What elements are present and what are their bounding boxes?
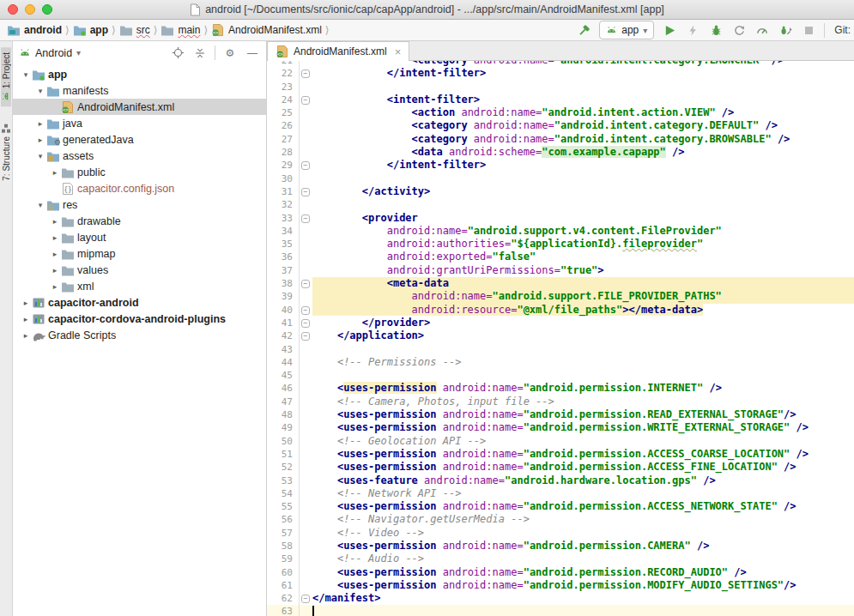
tree-item[interactable]: ▸capacitor-android — [13, 294, 266, 311]
fold-marker-icon[interactable]: − — [301, 161, 310, 170]
tree-expand-arrow[interactable]: ▸ — [49, 282, 61, 291]
code-line[interactable]: 48 <uses-permission android:name="androi… — [267, 408, 854, 421]
code-line[interactable]: 43 — [267, 343, 854, 356]
code-line[interactable]: 33− <provider — [267, 212, 854, 225]
project-view-selector[interactable]: Android — [35, 47, 72, 59]
tree-item[interactable]: ▸Gradle Scripts — [13, 327, 266, 343]
code-line[interactable]: 27 <category android:name="android.inten… — [267, 133, 854, 146]
code-line[interactable]: 30 — [267, 172, 854, 185]
tree-item[interactable]: <>AndroidManifest.xml — [13, 99, 266, 115]
tree-expand-arrow[interactable]: ▾ — [34, 87, 46, 95]
code-line[interactable]: 46 <uses-permission android:name="androi… — [267, 382, 854, 395]
fold-marker-icon[interactable]: − — [301, 595, 310, 603]
locate-file-button[interactable] — [170, 45, 185, 61]
breadcrumb-item[interactable]: src — [119, 24, 150, 36]
code-line[interactable]: 39 android:name="android.support.FILE_PR… — [267, 290, 854, 303]
tree-expand-arrow[interactable]: ▸ — [34, 119, 46, 128]
apply-code-changes-button[interactable] — [731, 22, 747, 38]
tree-item[interactable]: ▸drawable — [13, 213, 266, 229]
fold-marker-icon[interactable]: − — [301, 306, 310, 315]
code-line[interactable]: 34 android:name="android.support.v4.cont… — [267, 225, 854, 238]
tree-expand-arrow[interactable]: ▸ — [20, 299, 32, 307]
tree-expand-arrow[interactable]: ▾ — [34, 201, 46, 209]
code-line[interactable]: 52 <uses-permission android:name="androi… — [267, 461, 854, 474]
code-line[interactable]: 45 — [267, 369, 854, 382]
code-line[interactable]: 49 <uses-permission android:name="androi… — [267, 421, 854, 434]
apply-changes-button[interactable] — [685, 22, 700, 38]
code-line[interactable]: 53 <uses-feature android:name="android.h… — [267, 474, 854, 487]
collapse-all-button[interactable] — [192, 45, 208, 61]
tree-expand-arrow[interactable]: ▸ — [49, 233, 61, 242]
fold-marker-icon[interactable]: − — [301, 332, 310, 341]
hide-panel-button[interactable]: — — [245, 45, 260, 61]
code-line[interactable]: 58 <uses-permission android:name="androi… — [267, 540, 854, 553]
editor-tab[interactable]: <> AndroidManifest.xml × — [267, 41, 409, 61]
tree-expand-arrow[interactable]: ▸ — [20, 331, 32, 340]
profiler-button[interactable] — [754, 22, 770, 38]
tree-item[interactable]: ▸public — [13, 164, 266, 180]
code-line[interactable]: 63 — [267, 605, 854, 616]
code-line[interactable]: 59 <!-- Audio --> — [267, 553, 854, 565]
tree-expand-arrow[interactable]: ▸ — [49, 168, 61, 177]
tree-expand-arrow[interactable]: ▸ — [49, 266, 61, 275]
stop-button[interactable] — [801, 22, 816, 38]
tree-item[interactable]: ▸java — [13, 115, 266, 131]
code-line[interactable]: 29− </intent-filter> — [267, 159, 854, 172]
tree-expand-arrow[interactable]: ▸ — [49, 217, 61, 226]
code-line[interactable]: 51 <uses-permission android:name="androi… — [267, 448, 854, 461]
code-line[interactable]: 24− <intent-filter> — [267, 94, 854, 106]
code-line[interactable]: 21 <category android:name="android.inten… — [267, 61, 854, 67]
tree-expand-arrow[interactable]: ▸ — [20, 315, 32, 323]
tree-item[interactable]: ▾res — [13, 196, 266, 213]
code-line[interactable]: 35 android:authorities="${applicationId}… — [267, 238, 854, 251]
code-line[interactable]: 50 <!-- Geolocation API --> — [267, 435, 854, 448]
code-line[interactable]: 55 <uses-permission android:name="androi… — [267, 500, 854, 513]
tree-item[interactable]: ▾assets — [13, 148, 266, 164]
breadcrumb-item[interactable]: <>AndroidManifest.xml — [211, 23, 322, 37]
tree-item[interactable]: ▾app — [13, 66, 266, 82]
code-line[interactable]: 38− <meta-data — [267, 277, 854, 290]
code-line[interactable]: 56 <!-- Navigator.getUserMedia --> — [267, 513, 854, 526]
code-line[interactable]: 47 <!-- Camera, Photos, input file --> — [267, 396, 854, 408]
run-config-select[interactable]: app ▾ — [599, 21, 654, 39]
breadcrumb-item[interactable]: app — [73, 24, 108, 36]
run-button[interactable] — [662, 22, 677, 38]
code-line[interactable]: 57 <!-- Video --> — [267, 527, 854, 540]
tree-expand-arrow[interactable]: ▾ — [34, 152, 46, 160]
code-line[interactable]: 40− android:resource="@xml/file_paths"><… — [267, 304, 854, 317]
code-line[interactable]: 36 android:exported="false" — [267, 251, 854, 263]
code-line[interactable]: 44 <!-- Permissions --> — [267, 356, 854, 369]
code-line[interactable]: 31− </activity> — [267, 185, 854, 198]
tree-item[interactable]: ▸values — [13, 262, 266, 278]
debug-button[interactable] — [708, 22, 724, 38]
code-line[interactable]: 61 <uses-permission android:name="androi… — [267, 579, 854, 592]
breadcrumb-item[interactable]: android — [7, 24, 62, 36]
attach-debugger-button[interactable] — [778, 22, 793, 38]
close-icon[interactable]: × — [395, 45, 402, 58]
fold-marker-icon[interactable]: − — [301, 188, 310, 196]
toolwindow-button-project[interactable]: 1: Project — [1, 47, 11, 106]
tree-item[interactable]: ▸mipmap — [13, 245, 266, 262]
code-line[interactable]: 32 — [267, 198, 854, 211]
tree-item[interactable]: ▸capacitor-cordova-android-plugins — [13, 311, 266, 327]
tree-item[interactable]: ▾manifests — [13, 82, 266, 99]
tree-item[interactable]: ▸xml — [13, 278, 266, 294]
code-line[interactable]: 25 <action android:name="android.intent.… — [267, 106, 854, 119]
fold-marker-icon[interactable]: − — [301, 96, 310, 105]
tree-item[interactable]: ▸layout — [13, 229, 266, 245]
gear-icon[interactable]: ⚙ — [222, 45, 238, 61]
code-line[interactable]: 60 <uses-permission android:name="androi… — [267, 566, 854, 579]
toolwindow-button-structure[interactable]: 7: Structure — [1, 118, 11, 186]
tree-expand-arrow[interactable]: ▸ — [34, 136, 46, 144]
build-button[interactable] — [576, 22, 591, 38]
fold-marker-icon[interactable]: − — [301, 280, 310, 288]
code-line[interactable]: 22− </intent-filter> — [267, 67, 854, 80]
code-line[interactable]: 28 <data android:scheme="com.example.cap… — [267, 146, 854, 159]
fold-marker-icon[interactable]: − — [301, 69, 310, 78]
tree-item[interactable]: ▸⚙generatedJava — [13, 131, 266, 148]
code-line[interactable]: 42− </application> — [267, 329, 854, 342]
fold-marker-icon[interactable]: − — [301, 214, 310, 223]
code-line[interactable]: 62−</manifest> — [267, 592, 854, 605]
code-line[interactable]: 37 android:grantUriPermissions="true"> — [267, 264, 854, 277]
code-line[interactable]: 26 <category android:name="android.inten… — [267, 119, 854, 132]
